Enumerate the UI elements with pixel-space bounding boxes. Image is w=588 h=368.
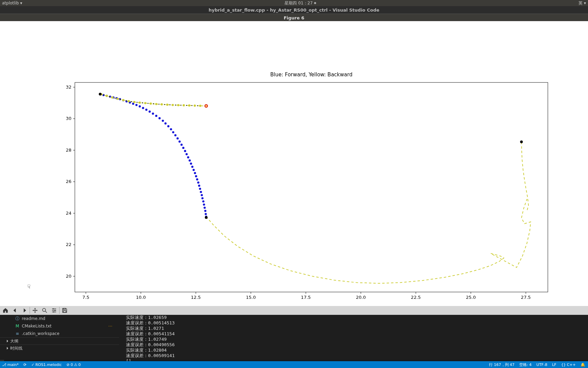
svg-point-108 — [99, 93, 101, 95]
status-bar: ⎇ main* ⟳ ✓ ROS1.melodic ⊘ 0 ⚠ 0 行 167，列… — [0, 361, 588, 368]
svg-point-87 — [155, 103, 157, 105]
x-tick-label: 7.5 — [82, 295, 89, 300]
terminal-output[interactable]: 实际速度：1.02659速度误差：0.00514513实际速度：1.0271速度… — [126, 315, 466, 360]
svg-point-46 — [184, 150, 186, 152]
file-icon: ⓘ — [15, 316, 20, 321]
forward-button[interactable] — [20, 306, 29, 315]
clock-label: 星期四 01：27 — [284, 0, 312, 6]
language-mode[interactable]: {} C++ — [561, 363, 576, 367]
file-item[interactable]: ⓘreadme.md — [0, 315, 119, 322]
svg-point-106 — [205, 216, 208, 219]
svg-point-93 — [172, 104, 174, 106]
svg-point-75 — [122, 99, 124, 101]
svg-point-98 — [181, 105, 182, 106]
home-button[interactable] — [1, 306, 10, 315]
terminal-line: 实际速度：1.0271 — [126, 326, 466, 331]
svg-point-104 — [197, 105, 198, 106]
modified-icon: ⋯ — [108, 324, 112, 328]
svg-point-73 — [117, 98, 119, 100]
file-name: CMakeLists.txt — [22, 324, 52, 328]
ime-indicator[interactable]: 英 — [578, 0, 583, 6]
svg-point-85 — [150, 103, 152, 105]
svg-point-41 — [174, 134, 176, 136]
file-icon: M — [15, 324, 20, 328]
svg-point-32 — [149, 110, 151, 112]
app-menu-label: atplotlib — [2, 1, 19, 5]
svg-point-95 — [177, 104, 179, 106]
pan-button[interactable] — [30, 306, 40, 315]
y-tick-label: 20 — [66, 274, 71, 279]
svg-point-35 — [159, 117, 161, 119]
vscode-title-bar: hybrid_a_star_flow.cpp - hy_Astar_RS00_o… — [0, 6, 588, 14]
svg-point-43 — [179, 140, 181, 142]
svg-point-51 — [191, 166, 193, 168]
svg-point-94 — [169, 104, 170, 105]
toolbar-separator — [59, 307, 60, 314]
svg-rect-117 — [53, 311, 54, 312]
svg-point-102 — [192, 105, 193, 106]
matplotlib-toolbar — [0, 306, 588, 315]
svg-point-50 — [190, 163, 192, 165]
toolbar-separator — [30, 307, 30, 314]
svg-point-91 — [166, 104, 168, 106]
svg-point-66 — [205, 213, 207, 215]
file-name: readme.md — [22, 316, 45, 321]
svg-point-34 — [155, 115, 157, 117]
svg-point-42 — [177, 137, 179, 139]
y-tick-label: 26 — [66, 179, 71, 184]
x-tick-label: 12.5 — [191, 295, 201, 300]
figure-title-text: Figure 6 — [284, 15, 305, 20]
terminal-line: 实际速度：1.02804 — [126, 348, 466, 353]
file-name: .catkin_workspace — [22, 331, 60, 336]
outline-section[interactable]: 大纲 — [0, 337, 119, 344]
cursor-position[interactable]: 行 167，列 47 — [489, 362, 514, 367]
y-tick-label: 24 — [66, 211, 71, 216]
svg-point-69 — [106, 95, 108, 97]
svg-point-84 — [142, 103, 143, 104]
bell-icon[interactable]: 🔔 — [581, 363, 585, 367]
plot-canvas[interactable]: 7.510.012.515.017.520.022.525.027.520222… — [0, 21, 588, 318]
svg-point-36 — [162, 120, 164, 122]
svg-point-37 — [164, 122, 166, 124]
svg-point-30 — [142, 107, 144, 109]
timeline-label: 时间线 — [10, 346, 22, 351]
encoding-indicator[interactable]: UTF-8 — [536, 363, 547, 367]
configure-button[interactable] — [49, 306, 59, 315]
ros-indicator[interactable]: ✓ ROS1.melodic — [31, 363, 62, 367]
terminal-line: 实际速度：1.02659 — [126, 315, 466, 320]
terminal-line: 速度误差：0.00541154 — [126, 331, 466, 337]
back-button[interactable] — [10, 306, 20, 315]
svg-point-53 — [194, 172, 196, 174]
terminal-line: 速度误差：0.00514513 — [126, 320, 466, 326]
svg-point-65 — [204, 210, 206, 212]
svg-point-97 — [183, 104, 185, 106]
eol-indicator[interactable]: LF — [552, 363, 556, 367]
indent-indicator[interactable]: 空格: 4 — [519, 362, 532, 367]
x-tick-label: 10.0 — [136, 295, 146, 300]
app-menu[interactable]: atplotlib ▾ — [2, 1, 22, 5]
zoom-button[interactable] — [40, 306, 49, 315]
terminal-line: 速度误差：0.00509141 — [126, 353, 466, 358]
save-button[interactable] — [60, 306, 69, 315]
svg-point-38 — [167, 125, 169, 127]
file-item[interactable]: MCMakeLists.txt⋯ — [0, 322, 119, 330]
x-tick-label: 27.5 — [521, 295, 531, 300]
svg-point-90 — [159, 104, 160, 105]
svg-point-81 — [139, 102, 141, 104]
terminal-line: 速度误差：0.00490556 — [126, 342, 466, 348]
errors-indicator[interactable]: ⊘ 0 ⚠ 0 — [66, 363, 81, 367]
file-icon: ≡ — [15, 331, 20, 336]
svg-point-59 — [200, 191, 202, 193]
timeline-section[interactable]: 时间线 — [0, 344, 119, 352]
svg-point-61 — [201, 197, 203, 199]
svg-point-28 — [135, 104, 137, 106]
svg-point-72 — [109, 96, 110, 97]
svg-point-39 — [170, 128, 172, 130]
svg-rect-0 — [75, 82, 548, 292]
svg-point-101 — [194, 105, 196, 107]
chart-title: Blue: Forward, Yellow: Backward — [270, 72, 352, 78]
git-branch[interactable]: ⎇ main* — [2, 363, 19, 367]
sync-icon[interactable]: ⟳ — [23, 363, 27, 367]
file-item[interactable]: ≡.catkin_workspace — [0, 330, 119, 337]
svg-rect-116 — [55, 310, 55, 311]
